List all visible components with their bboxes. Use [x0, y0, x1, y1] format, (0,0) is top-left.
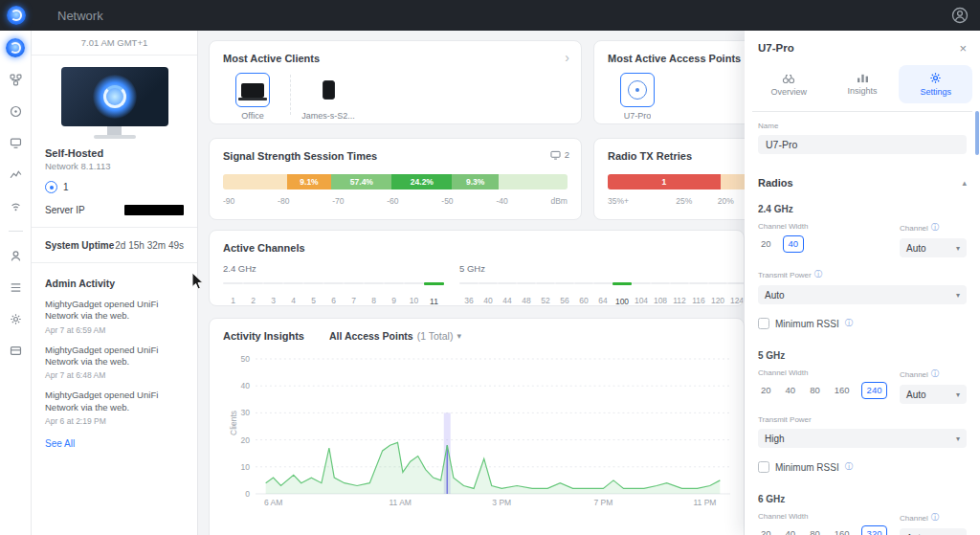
console-image [57, 67, 172, 139]
width-option[interactable]: 40 [783, 526, 799, 535]
tab-insights[interactable]: Insights [826, 65, 900, 103]
width-option[interactable]: 20 [758, 526, 774, 535]
channel-52: 52 [536, 282, 555, 306]
card-title: Activity Insights [223, 330, 304, 342]
width-option[interactable]: 40 [783, 383, 799, 398]
devices-icon[interactable] [9, 136, 23, 150]
width-option[interactable]: 80 [807, 383, 823, 398]
chart-y-axis: Clients 01020304050 [223, 351, 256, 495]
y-tick: 40 [241, 381, 250, 390]
chevron-down-icon: ▾ [956, 435, 960, 443]
width-option[interactable]: 80 [807, 526, 823, 535]
radios-title: Radios [758, 177, 793, 189]
app-title: Network [57, 9, 103, 23]
chevron-right-icon[interactable]: › [565, 50, 569, 65]
ap-item[interactable]: U7-Pro [608, 73, 667, 121]
wan-icon [45, 181, 57, 193]
active-channels-card: Active Channels 2.4 GHz 1234567891011 5 … [209, 230, 745, 306]
transmit-power-dropdown[interactable]: Auto ▾ [758, 285, 967, 304]
minimum-rssi-label: Minimum RSSI [775, 319, 839, 329]
ap-filter-dropdown[interactable]: All Access Points (1 Total) ▾ [329, 330, 461, 342]
scrollbar-thumb[interactable] [975, 111, 979, 155]
x-tick: 6 AM [264, 498, 282, 507]
channel-dropdown[interactable]: Auto ▾ [900, 238, 967, 257]
minimum-rssi-checkbox[interactable] [758, 318, 769, 329]
mouse-cursor [191, 272, 205, 291]
transmit-power-label: Transmit Powerⓘ [758, 269, 967, 280]
radar-icon[interactable] [9, 104, 23, 119]
channel-1: 1 [223, 282, 243, 306]
nav-rail [0, 31, 32, 535]
axis-tick: -60 [387, 196, 398, 206]
x-tick: 7 PM [593, 498, 612, 507]
storage-icon[interactable] [9, 344, 23, 358]
admin-activity-entry: MightyGadget opened UniFi Network via th… [45, 345, 184, 381]
bar-segment: 9.3% [452, 174, 499, 189]
unifi-logo-icon[interactable] [7, 6, 26, 25]
band-label: 2.4 GHz [223, 263, 444, 274]
channel-5: 5 [303, 282, 323, 306]
logs-icon[interactable] [9, 280, 23, 295]
channel-dropdown[interactable]: Auto ▾ [900, 385, 967, 404]
axis-tick: -70 [332, 196, 344, 206]
chevron-up-icon: ▴ [962, 178, 967, 188]
channel-6: 6 [323, 282, 344, 306]
chevron-down-icon: ▾ [956, 390, 960, 399]
topbar: Network [0, 0, 980, 31]
channel-value: Auto [906, 243, 956, 254]
radios-section-header[interactable]: Radios ▴ [758, 177, 967, 189]
most-active-clients-card: Most Active Clients › Office James-s-S2.… [209, 40, 582, 124]
band-5-row: Channel Width 20 40 80 160 240 Channelⓘ … [758, 368, 967, 404]
stats-icon[interactable] [9, 167, 23, 182]
channel-cells: 1234567891011 [223, 282, 444, 306]
topology-icon[interactable] [9, 73, 23, 87]
activity-time: Apr 6 at 2:19 PM [45, 416, 184, 426]
channel-7: 7 [344, 282, 364, 306]
width-option[interactable]: 20 [758, 236, 774, 252]
uptime-row: System Uptime 2d 15h 32m 49s [45, 240, 184, 251]
admins-icon[interactable] [9, 249, 23, 263]
channel-3: 3 [263, 282, 283, 306]
wan-count: 1 [63, 182, 69, 192]
width-option-selected[interactable]: 320 [861, 525, 888, 535]
channel-dropdown[interactable]: Auto ▾ [900, 528, 967, 535]
account-icon[interactable] [951, 7, 969, 24]
tab-settings[interactable]: Settings [899, 65, 972, 103]
y-tick: 10 [241, 462, 250, 472]
tx-axis-tick: 35%+ [608, 196, 629, 206]
console-time: 7.01 AM GMT+1 [32, 31, 197, 56]
activity-time: Apr 7 at 6:48 AM [45, 370, 184, 380]
uptime-label: System Uptime [45, 240, 114, 251]
width-option[interactable]: 160 [832, 383, 853, 398]
width-option-selected[interactable]: 40 [783, 235, 805, 253]
info-icon: ⓘ [845, 461, 854, 473]
activity-text: MightyGadget opened UniFi Network via th… [45, 299, 184, 323]
device-panel-header: U7-Pro × [758, 33, 967, 63]
name-input[interactable] [758, 135, 967, 154]
client-item[interactable]: Office [223, 73, 282, 121]
bar-segment [499, 174, 568, 189]
band-24-title: 2.4 GHz [758, 204, 967, 214]
tab-overview[interactable]: Overview [752, 65, 826, 103]
bar-chart-icon [857, 73, 869, 83]
client-item[interactable]: James-s-S2... [299, 73, 358, 121]
width-option-selected[interactable]: 240 [861, 382, 888, 399]
signal-strength-card: Signal Strength Session Times 2 9.1%57.4… [209, 138, 582, 220]
axis-tick: -40 [496, 196, 507, 206]
settings-gear-icon[interactable] [9, 312, 23, 326]
band-6-title: 6 GHz [758, 494, 967, 504]
wifi-icon[interactable] [9, 199, 23, 213]
tab-label: Settings [920, 87, 951, 97]
width-option[interactable]: 160 [832, 526, 853, 535]
width-option[interactable]: 20 [758, 383, 774, 398]
minimum-rssi-checkbox[interactable] [758, 461, 769, 473]
band-24-group: 2.4 GHz 1234567891011 [223, 263, 444, 306]
network-app-icon[interactable] [6, 38, 25, 57]
close-icon[interactable]: × [959, 41, 967, 56]
client-name: James-s-S2... [301, 111, 355, 121]
see-all-link[interactable]: See All [45, 438, 75, 449]
channel-width-options: 20 40 80 160 240 [758, 382, 900, 399]
console-name: Self-Hosted [45, 147, 184, 159]
band-label: 5 GHz [459, 263, 745, 274]
transmit-power-dropdown[interactable]: High ▾ [758, 429, 967, 448]
